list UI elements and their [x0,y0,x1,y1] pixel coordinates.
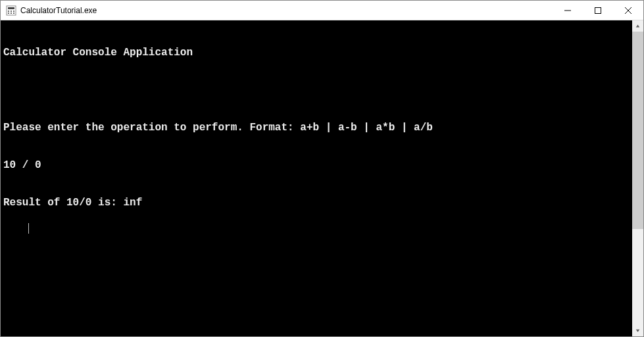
window-title: CalculatorTutorial.exe [20,6,97,15]
vertical-scrollbar[interactable] [632,20,643,336]
scroll-up-button[interactable] [632,20,643,32]
scroll-down-button[interactable] [632,325,643,336]
content-area: Calculator Console Application Please en… [1,20,643,336]
console-line: Result of 10/0 is: inf [3,197,630,209]
minimize-button[interactable] [553,1,583,20]
console-output[interactable]: Calculator Console Application Please en… [1,20,632,336]
svg-rect-9 [595,7,601,13]
close-button[interactable] [613,1,643,20]
scroll-thumb[interactable] [632,32,643,229]
titlebar[interactable]: CalculatorTutorial.exe [1,1,643,20]
console-line: 10 / 0 [3,159,630,172]
svg-rect-7 [13,13,14,14]
app-icon [6,5,16,16]
maximize-button[interactable] [583,1,613,20]
svg-rect-4 [13,11,14,12]
console-line: Calculator Console Application [3,47,630,59]
text-cursor [28,223,29,234]
svg-rect-6 [11,13,12,14]
svg-rect-1 [8,7,14,9]
console-line: Please enter the operation to perform. F… [3,122,630,134]
svg-rect-3 [11,11,12,12]
svg-rect-5 [8,13,9,14]
scroll-track[interactable] [632,32,643,325]
svg-rect-2 [8,11,9,12]
console-line [3,84,630,97]
window-controls [553,1,643,20]
